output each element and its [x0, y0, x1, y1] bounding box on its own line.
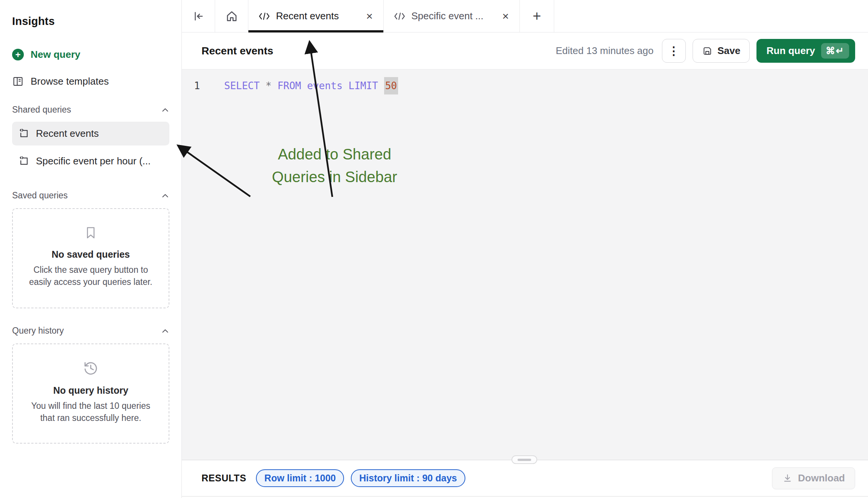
tab-label: Recent events — [276, 10, 339, 22]
close-tab-icon[interactable]: × — [501, 11, 510, 22]
chevron-up-icon — [161, 327, 169, 335]
annotation-text: Added to Shared Queries in Sidebar — [250, 143, 420, 188]
query-history-empty-state: No query history You will find the last … — [12, 343, 169, 444]
query-history-section-header[interactable]: Query history — [12, 326, 169, 336]
kebab-icon: ⋮ — [668, 44, 679, 57]
sql-table: events — [307, 80, 349, 91]
new-tab-button[interactable]: + — [520, 0, 554, 32]
empty-state-description-line: You will find the last 10 queries — [31, 400, 150, 412]
save-icon — [702, 46, 713, 56]
query-icon — [19, 156, 29, 167]
row-limit-pill[interactable]: Row limit : 1000 — [256, 469, 344, 487]
query-history-label: Query history — [12, 326, 64, 336]
run-query-label: Run query — [766, 45, 815, 57]
code-icon — [394, 12, 406, 21]
shared-queries-section-header[interactable]: Shared queries — [12, 105, 169, 115]
plus-circle-icon: + — [12, 49, 24, 60]
chevron-up-icon — [161, 106, 169, 114]
home-tab-button[interactable] — [215, 0, 248, 32]
sql-operator: * — [266, 80, 277, 91]
plus-icon: + — [533, 8, 541, 24]
empty-state-description-line: that ran successfully here. — [31, 412, 150, 424]
saved-queries-label: Saved queries — [12, 190, 68, 201]
line-number: 1 — [182, 77, 206, 94]
keyboard-shortcut-badge: ⌘↵ — [821, 43, 849, 59]
new-query-label: New query — [31, 49, 81, 60]
shared-queries-list: Recent events Specific event per hour (.… — [12, 122, 169, 173]
sidebar-item-new-query[interactable]: + New query — [12, 49, 169, 60]
code-icon — [258, 12, 270, 21]
results-label: RESULTS — [202, 473, 246, 484]
annotation-line: Queries in Sidebar — [250, 165, 420, 188]
download-button[interactable]: Download — [772, 467, 855, 489]
sql-keyword: SELECT — [224, 80, 266, 91]
sql-editor[interactable]: 1 SELECT * FROM events LIMIT 50 Added to… — [182, 70, 868, 460]
history-limit-pill[interactable]: History limit : 90 days — [351, 469, 465, 487]
tab-specific-event[interactable]: Specific event ... × — [384, 0, 520, 32]
shared-query-item-label: Specific event per hour (... — [36, 155, 150, 167]
download-label: Download — [798, 472, 845, 484]
empty-state-description: You will find the last 10 queries that r… — [31, 400, 150, 424]
query-title: Recent events — [202, 45, 273, 57]
saved-queries-empty-state: No saved queries Click the save query bu… — [12, 208, 169, 308]
tab-recent-events[interactable]: Recent events × — [248, 0, 384, 32]
sidebar-nav: + New query Browse templates — [12, 49, 169, 87]
chevron-up-icon — [161, 192, 169, 200]
empty-state-title: No query history — [53, 385, 129, 396]
tab-bar: Recent events × Specific event ... × + — [182, 0, 868, 32]
code-line[interactable]: 1 SELECT * FROM events LIMIT 50 — [182, 77, 868, 94]
close-tab-icon[interactable]: × — [365, 11, 374, 22]
sidebar: Insights + New query Browse templates Sh… — [0, 0, 182, 498]
shared-queries-label: Shared queries — [12, 105, 71, 115]
empty-state-title: No saved queries — [51, 249, 130, 260]
bookmark-icon — [84, 226, 98, 240]
query-icon — [19, 128, 29, 139]
sql-keyword: FROM — [277, 80, 307, 91]
shared-query-item-specific-event[interactable]: Specific event per hour (... — [12, 149, 169, 173]
more-options-button[interactable]: ⋮ — [662, 39, 686, 63]
sql-keyword: LIMIT — [349, 80, 384, 91]
save-button[interactable]: Save — [693, 39, 750, 63]
templates-icon — [12, 76, 24, 87]
collapse-sidebar-button[interactable] — [182, 0, 215, 32]
insights-page: Insights + New query Browse templates Sh… — [0, 0, 868, 498]
sql-code[interactable]: SELECT * FROM events LIMIT 50 — [206, 77, 398, 94]
saved-queries-section-header[interactable]: Saved queries — [12, 190, 169, 201]
annotation-line: Added to Shared — [250, 143, 420, 165]
page-title: Insights — [12, 15, 169, 28]
edited-status: Edited 13 minutes ago — [556, 45, 654, 57]
query-header: Recent events Edited 13 minutes ago ⋮ Sa… — [182, 32, 868, 70]
drag-handle-bar — [518, 459, 531, 461]
home-icon — [225, 9, 239, 23]
main-area: Recent events × Specific event ... × + R… — [182, 0, 868, 498]
panel-resize-handle[interactable] — [512, 455, 537, 464]
empty-state-description-line: Click the save query button to — [29, 264, 152, 276]
sidebar-item-browse-templates[interactable]: Browse templates — [12, 76, 169, 87]
tab-bar-spacer — [554, 0, 868, 32]
shared-query-item-recent-events[interactable]: Recent events — [12, 122, 169, 145]
sql-number: 50 — [384, 77, 398, 94]
shared-query-item-label: Recent events — [36, 128, 99, 139]
results-bar: RESULTS Row limit : 1000 History limit :… — [182, 460, 868, 496]
empty-state-description: Click the save query button to easily ac… — [29, 264, 152, 288]
history-icon — [83, 361, 98, 376]
empty-state-description-line: easily access your queries later. — [29, 276, 152, 288]
browse-templates-label: Browse templates — [31, 76, 109, 87]
save-label: Save — [718, 45, 741, 57]
download-icon — [782, 473, 793, 484]
tab-label: Specific event ... — [411, 10, 484, 22]
bottom-strip — [182, 496, 868, 498]
collapse-sidebar-icon — [192, 10, 205, 23]
run-query-button[interactable]: Run query ⌘↵ — [756, 39, 855, 63]
